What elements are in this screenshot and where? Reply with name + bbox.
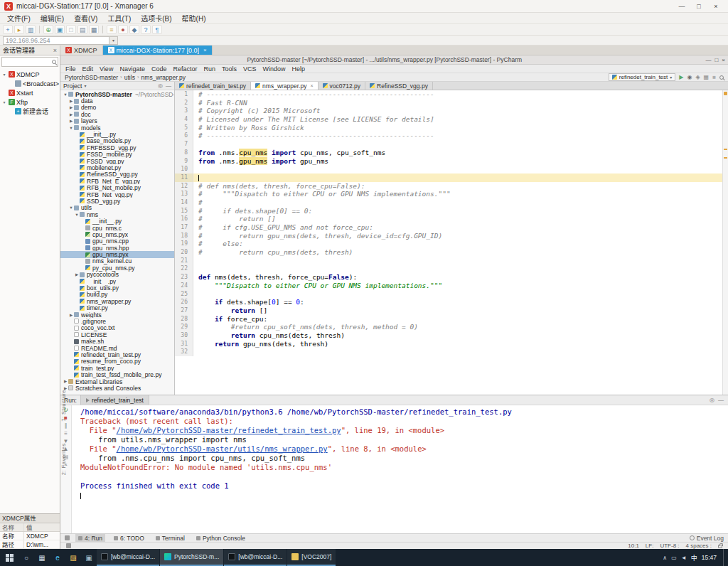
project-tree-item[interactable]: gpu_nms.hpp [60,245,174,251]
properties-row[interactable]: 名称XDMCP [0,532,60,540]
line-number[interactable]: 3 [175,107,193,115]
line-number[interactable]: 32 [175,348,193,356]
minimize-button[interactable]: — [674,1,690,11]
line-number[interactable]: 17 [175,223,193,232]
line-number[interactable]: 8 [175,149,193,157]
line-number[interactable]: 20 [175,248,193,257]
editor-tab[interactable]: RefineSSD_vgg.py [365,82,433,90]
toolwindow-stripe-favorites[interactable]: 2: Favorites [60,443,67,475]
minimize-button[interactable]: — [705,57,711,63]
line-number[interactable]: 21 [175,257,193,265]
line-number[interactable]: 10 [175,165,193,173]
profile-button[interactable]: ▦ [704,75,710,80]
status-item[interactable]: 4 spaces : [686,543,712,549]
taskbar-task[interactable]: PytorchSSD-m... [160,549,223,566]
address-input[interactable] [3,36,109,45]
code-line[interactable]: 6# -------------------------------------… [175,132,728,140]
toolwindow-button[interactable]: 6: TODO [111,534,147,542]
settings-icon[interactable]: ◎ [158,82,163,89]
line-number[interactable]: 4 [175,115,193,124]
code-line[interactable]: 32 [175,348,728,356]
toolwindow-button[interactable]: Terminal [153,534,188,542]
project-tree-item[interactable]: __init__.py [60,131,174,137]
line-number[interactable]: 18 [175,232,193,240]
properties-row[interactable]: 路径D:\wm... [0,540,60,549]
event-log-button[interactable]: Event Log [690,535,724,542]
session-tree-item[interactable]: ▾FXftp [0,97,60,107]
project-tree-item[interactable]: RFB_Net_vgg.py [60,191,174,198]
code-line[interactable]: 9from .nms.gpu_nms import gpu_nms [175,157,728,166]
code-line[interactable]: 12# def nms(dets, thresh, force_cpu=Fals… [175,182,728,191]
open-session-icon[interactable]: ▸ [14,25,24,34]
connect-icon[interactable]: ▣ [55,25,65,34]
code-line[interactable]: 30 return cpu_nms(dets, thresh) [175,331,728,340]
maximize-button[interactable]: □ [691,1,707,11]
line-number[interactable]: 26 [175,298,193,306]
close-button[interactable]: × [722,57,725,63]
code-line[interactable]: 22 [175,265,728,273]
close-tab-icon[interactable]: × [310,83,313,88]
project-tree-item[interactable]: cpu_nms.pyx [60,231,174,237]
project-tree-item[interactable]: coco_voc.txt [60,325,174,331]
macro-icon[interactable]: ● [118,25,128,34]
run-tab[interactable]: refinedet_train_test [80,395,149,405]
line-number[interactable]: 15 [175,207,193,215]
tile-layout-icon[interactable]: ▦ [89,25,99,34]
project-tree-item[interactable]: gpu_nms.cpp [60,238,174,245]
project-tree-item[interactable]: LICENSE [60,331,174,338]
session-tab[interactable]: Xmiccai-DGX-Station:177 [0.0]× [103,46,213,55]
code-line[interactable]: 8from .nms.cpu_nms import cpu_nms, cpu_s… [175,149,728,157]
project-tree-item[interactable]: RefineSSD_vgg.py [60,171,174,178]
help-icon[interactable]: ? [141,25,151,34]
code-line[interactable]: 19# else: [175,240,728,248]
taskbar-task[interactable]: [wb@miccai-D... [224,549,287,566]
tools-icon[interactable]: ≡ [107,25,117,34]
taskbar-task[interactable]: [VOC2007] [287,549,336,566]
session-tree-item[interactable]: XXstart [0,88,60,97]
tray-expand-icon[interactable]: ∧ [663,555,667,561]
project-tree-item[interactable]: RFB_Net_mobile.py [60,184,174,191]
status-item[interactable]: UTF-8 : [660,543,679,549]
session-tree-item[interactable]: ▾XXDMCP [0,70,60,79]
editor-tab[interactable]: refinedet_train_test.py [175,82,251,90]
project-panel-header[interactable]: Project ▾ ◎— [60,82,174,90]
status-item[interactable]: LF: [646,543,654,549]
project-tree-item[interactable]: gpu_nms.pyx [60,251,174,257]
menu-item[interactable]: Navigate [119,65,145,73]
stacktrace-link[interactable]: /home/wb/PytorchSSD-master/refinedet_tra… [117,426,341,434]
breadcrumb-item[interactable]: utils [124,74,135,81]
project-tree-item[interactable]: README.md [60,345,174,351]
project-tree-item[interactable]: timer.py [60,305,174,311]
search-icon[interactable]: ○ [18,549,34,566]
project-tree-item[interactable]: cpu_nms.c [60,225,174,231]
code-line[interactable]: 18# return gpu_nms(dets, thresh, device_… [175,232,728,240]
code-line[interactable]: 13# """Dispatch to either CPU or GPU NMS… [175,190,728,198]
close-panel-icon[interactable]: × [53,47,57,54]
hide-panel-icon[interactable]: — [166,82,171,89]
line-number[interactable]: 1 [175,90,193,99]
project-tree-item[interactable]: FRFBSSD_vgg.py [60,144,174,151]
menu-item[interactable]: 帮助(H) [178,12,210,24]
hide-panel-icon[interactable]: — [718,397,724,403]
menu-item[interactable]: 选项卡(B) [136,12,176,24]
menu-item[interactable]: 编辑(E) [36,12,68,24]
run-button[interactable]: ▶ [679,75,683,80]
menu-item[interactable]: File [65,65,76,73]
coverage-button[interactable]: ◈ [695,75,700,80]
project-tree-item[interactable]: ▶pycocotools [60,272,174,278]
breadcrumb-item[interactable]: nms_wrapper.py [141,74,186,81]
project-tree-item[interactable]: ▶doc [60,111,174,117]
session-search-input[interactable] [4,59,50,65]
menu-item[interactable]: 文件(F) [3,12,35,24]
line-number[interactable]: 16 [175,215,193,223]
warning-stripe-mark[interactable] [724,149,727,150]
line-number[interactable]: 30 [175,331,193,340]
toolwindow-button[interactable]: Python Console [193,534,248,542]
menu-item[interactable]: Code [151,65,167,73]
code-line[interactable]: 10 [175,165,728,173]
project-tree-item[interactable]: RFB_Net_E_vgg.py [60,178,174,184]
toolwindow-button[interactable]: 4: Run [75,534,105,542]
code-line[interactable]: 16# return [] [175,215,728,223]
debug-button[interactable]: ◉ [687,75,692,80]
project-tree-item[interactable]: ▶data [60,97,174,104]
